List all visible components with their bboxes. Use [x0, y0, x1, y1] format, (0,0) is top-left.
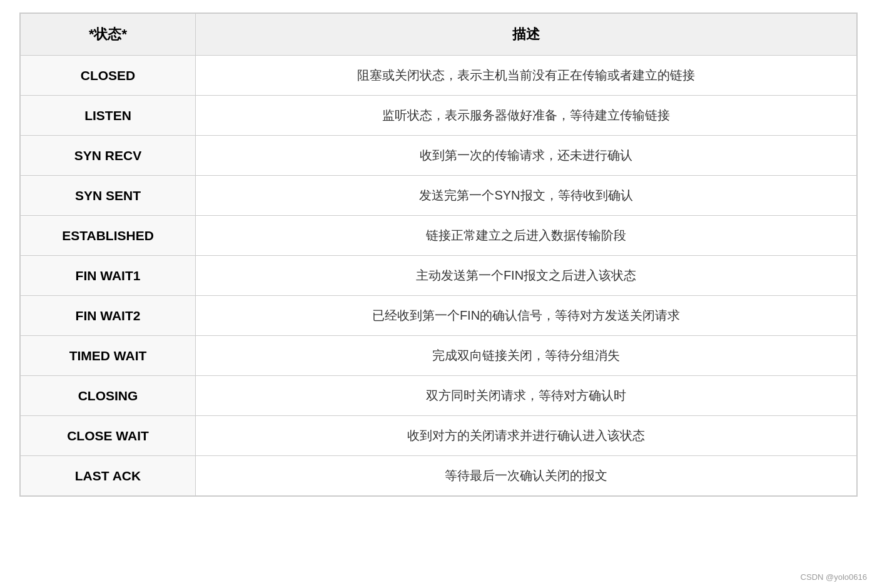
table-row: LISTEN监听状态，表示服务器做好准备，等待建立传输链接 [21, 96, 857, 136]
state-cell: FIN WAIT2 [21, 296, 196, 336]
state-cell: CLOSING [21, 376, 196, 416]
table-row: ESTABLISHED链接正常建立之后进入数据传输阶段 [21, 216, 857, 256]
state-cell: SYN RECV [21, 136, 196, 176]
state-cell: CLOSED [21, 56, 196, 96]
description-cell: 收到第一次的传输请求，还未进行确认 [196, 136, 857, 176]
description-cell: 收到对方的关闭请求并进行确认进入该状态 [196, 416, 857, 456]
main-table-container: *状态* 描述 CLOSED阻塞或关闭状态，表示主机当前没有正在传输或者建立的链… [19, 13, 858, 497]
table-row: CLOSING双方同时关闭请求，等待对方确认时 [21, 376, 857, 416]
table-row: SYN RECV收到第一次的传输请求，还未进行确认 [21, 136, 857, 176]
tcp-states-table: *状态* 描述 CLOSED阻塞或关闭状态，表示主机当前没有正在传输或者建立的链… [20, 13, 857, 496]
description-cell: 主动发送第一个FIN报文之后进入该状态 [196, 256, 857, 296]
table-row: SYN SENT发送完第一个SYN报文，等待收到确认 [21, 176, 857, 216]
description-cell: 监听状态，表示服务器做好准备，等待建立传输链接 [196, 96, 857, 136]
description-cell: 双方同时关闭请求，等待对方确认时 [196, 376, 857, 416]
header-state: *状态* [21, 14, 196, 56]
state-cell: TIMED WAIT [21, 336, 196, 376]
table-row: CLOSE WAIT收到对方的关闭请求并进行确认进入该状态 [21, 416, 857, 456]
table-header-row: *状态* 描述 [21, 14, 857, 56]
state-cell: ESTABLISHED [21, 216, 196, 256]
description-cell: 完成双向链接关闭，等待分组消失 [196, 336, 857, 376]
description-cell: 已经收到第一个FIN的确认信号，等待对方发送关闭请求 [196, 296, 857, 336]
header-description: 描述 [196, 14, 857, 56]
description-cell: 等待最后一次确认关闭的报文 [196, 456, 857, 496]
description-cell: 发送完第一个SYN报文，等待收到确认 [196, 176, 857, 216]
table-row: FIN WAIT2已经收到第一个FIN的确认信号，等待对方发送关闭请求 [21, 296, 857, 336]
state-cell: FIN WAIT1 [21, 256, 196, 296]
description-cell: 阻塞或关闭状态，表示主机当前没有正在传输或者建立的链接 [196, 56, 857, 96]
description-cell: 链接正常建立之后进入数据传输阶段 [196, 216, 857, 256]
table-row: TIMED WAIT完成双向链接关闭，等待分组消失 [21, 336, 857, 376]
state-cell: LISTEN [21, 96, 196, 136]
state-cell: CLOSE WAIT [21, 416, 196, 456]
state-cell: LAST ACK [21, 456, 196, 496]
watermark: CSDN @yolo0616 [801, 572, 867, 582]
state-cell: SYN SENT [21, 176, 196, 216]
table-row: FIN WAIT1主动发送第一个FIN报文之后进入该状态 [21, 256, 857, 296]
table-row: LAST ACK等待最后一次确认关闭的报文 [21, 456, 857, 496]
table-row: CLOSED阻塞或关闭状态，表示主机当前没有正在传输或者建立的链接 [21, 56, 857, 96]
